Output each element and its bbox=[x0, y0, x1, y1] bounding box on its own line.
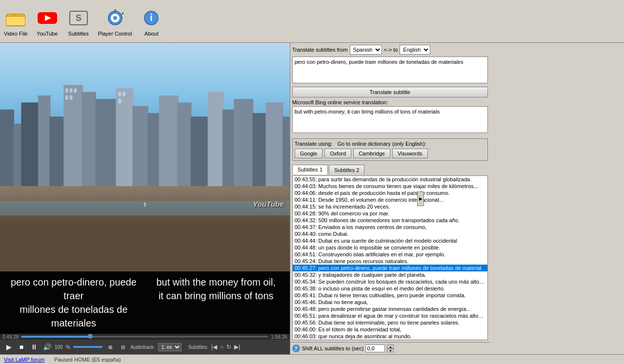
subtitle-list-item[interactable]: 00:44:11: Desde 1950, el volumen de come… bbox=[293, 196, 487, 203]
subtitle-list-item[interactable]: 00:44:28: 90% del comercio va por mar. bbox=[293, 210, 487, 217]
subtitle-list-item[interactable]: 00:46:00: Es el tótem de la modernidad t… bbox=[293, 326, 487, 333]
timeline-track[interactable] bbox=[21, 336, 268, 338]
shift-spinner: ▲ ▼ bbox=[387, 345, 394, 352]
video-panel: YouTube ⬆ pero con petro-dinero, puede t… bbox=[0, 43, 290, 354]
toolbar: Video File YouTube S Subtitles bbox=[0, 0, 624, 43]
forum-link[interactable]: Visit LaMP forum bbox=[4, 357, 44, 363]
subtitle-prev-button[interactable]: |◀ bbox=[211, 344, 217, 350]
time-current: 0:45:28 bbox=[2, 334, 19, 340]
sidebar-item-youtube[interactable]: YouTube bbox=[32, 4, 63, 38]
subtitle-list-item[interactable]: 00:44:15: se ha incrementado 20 veces. bbox=[293, 203, 487, 210]
source-language-select[interactable]: Spanish bbox=[350, 45, 382, 55]
player-control-label: Player Control bbox=[98, 31, 132, 37]
subtitle-next-button[interactable]: ▶| bbox=[234, 344, 240, 350]
subtitle-list-item[interactable]: 00:44:06: desde el país de producción ha… bbox=[293, 190, 487, 196]
time-total: 1:58:26 bbox=[271, 334, 287, 340]
subtitle-list-item[interactable]: 00:45:24: Dubai tiene pocos recursos nat… bbox=[293, 258, 487, 265]
stop-button[interactable]: ■ bbox=[17, 342, 26, 352]
oxford-button[interactable]: Oxford bbox=[324, 149, 351, 158]
frame-back-button[interactable]: ⊟ bbox=[118, 342, 128, 352]
volume-icon[interactable]: 🔊 bbox=[42, 342, 52, 352]
sidebar-item-about[interactable]: i About bbox=[136, 4, 167, 38]
youtube-icon bbox=[36, 6, 59, 30]
dict-header: Translate using: Go to online dictionary… bbox=[295, 141, 485, 147]
volume-slider[interactable] bbox=[73, 346, 102, 348]
target-language-select[interactable]: English bbox=[400, 45, 430, 55]
subtitle-list-item[interactable]: 00:45:48: pero puede permitirse gastar i… bbox=[293, 306, 487, 312]
translate-button[interactable]: Translate subtitle bbox=[292, 87, 488, 97]
subtitle-sync-button[interactable]: ○ bbox=[220, 344, 223, 350]
timeline-bar[interactable]: 0:45:28 1:58:26 bbox=[0, 334, 290, 340]
shift-input[interactable] bbox=[365, 345, 385, 352]
video-frame[interactable]: YouTube ⬆ bbox=[0, 43, 290, 271]
google-translate-button[interactable]: Google bbox=[295, 149, 322, 158]
subtitle-list-item[interactable]: 00:44:48: un país donde lo imposible se … bbox=[293, 244, 487, 251]
translate-header: Translate subtitles from Spanish <-> to … bbox=[292, 45, 488, 55]
youtube-watermark: YouTube bbox=[253, 200, 283, 208]
subtitle-bar: pero con petro-dinero, puede traermillon… bbox=[0, 271, 290, 334]
play-button[interactable]: ▶ bbox=[4, 342, 14, 352]
shift-up-button[interactable]: ▲ bbox=[387, 345, 394, 348]
tab-subtitles-2[interactable]: Subtitles 2 bbox=[329, 165, 364, 174]
subtitle-list-item[interactable]: 00:44:37: Enviados a los mayores centros… bbox=[293, 224, 487, 230]
subtitle-list-item[interactable]: 00:45:46: Dubai no tiene agua, bbox=[293, 299, 487, 306]
visuwords-button[interactable]: Visuwords bbox=[392, 149, 428, 158]
svg-rect-34 bbox=[65, 88, 68, 93]
translate-section: Translate subtitles from Spanish <-> to … bbox=[290, 43, 490, 136]
translate-using-label: Translate using: bbox=[295, 141, 333, 147]
volume-label: 100 bbox=[55, 345, 63, 350]
subtitle-list-item[interactable]: 00:43:55: para surtir las demandas de la… bbox=[293, 176, 487, 183]
svg-line-11 bbox=[122, 13, 123, 14]
svg-text:i: i bbox=[150, 12, 153, 23]
youtube-label: YouTube bbox=[37, 31, 58, 37]
shift-icon: ? bbox=[292, 345, 300, 352]
svg-rect-41 bbox=[119, 99, 121, 103]
right-panel: Translate subtitles from Spanish <-> to … bbox=[290, 43, 490, 354]
timeline-handle[interactable] bbox=[88, 334, 93, 339]
svg-point-9 bbox=[113, 16, 117, 20]
svg-rect-2 bbox=[6, 16, 25, 26]
subtitle-list-item[interactable]: 00:45:56: Dubai tiene sol interminable, … bbox=[293, 319, 487, 326]
svg-rect-37 bbox=[65, 96, 68, 100]
sidebar-item-subtitles[interactable]: S Subtitles bbox=[63, 4, 94, 38]
subtitle-left-text: pero con petro-dinero, puede traermillon… bbox=[5, 275, 142, 330]
cambridge-button[interactable]: Cambridge bbox=[353, 149, 390, 158]
translated-text-area[interactable] bbox=[292, 106, 488, 133]
tab-subtitles-1[interactable]: Subtitles 1 bbox=[292, 165, 328, 174]
timeline-fill bbox=[21, 336, 90, 338]
svg-rect-39 bbox=[119, 92, 121, 96]
pause-button[interactable]: ⏸ bbox=[29, 342, 39, 352]
subtitle-list-item[interactable]: 00:46:03: que nunca deja de asombrar al … bbox=[293, 333, 487, 340]
main-wrapper: YouTube ⬆ pero con petro-dinero, puede t… bbox=[0, 43, 624, 354]
subtitle-list-item[interactable]: 00:44:40: como Dubai. bbox=[293, 230, 487, 237]
subtitle-list-item[interactable]: 00:45:32: y trabajadores de cualquier pa… bbox=[293, 271, 487, 278]
subtitle-list-item[interactable]: 00:45:38: o incluso una pista de esquí e… bbox=[293, 285, 487, 292]
svg-rect-38 bbox=[70, 96, 73, 100]
sidebar-item-video-file[interactable]: Video File bbox=[0, 4, 32, 38]
svg-rect-36 bbox=[74, 88, 77, 93]
dictionary-section: Translate using: Go to online dictionary… bbox=[292, 138, 488, 161]
subtitle-list-item[interactable]: 00:44:32: 500 millones de contenedores s… bbox=[293, 217, 487, 224]
source-text-area[interactable] bbox=[292, 57, 488, 83]
audiotrack-select[interactable]: 1. es bbox=[158, 343, 181, 351]
about-icon: i bbox=[140, 6, 163, 30]
subtitle-right-text: but with the money from oil,it can bring… bbox=[147, 275, 285, 330]
subtitles-list[interactable]: 00:43:55: para surtir las demandas de la… bbox=[292, 175, 488, 340]
svg-rect-35 bbox=[70, 88, 73, 93]
shift-down-button[interactable]: ▼ bbox=[387, 348, 394, 352]
subtitle-container: pero con petro-dinero, puede traermillon… bbox=[5, 275, 285, 330]
subtitle-list-item[interactable]: 00:45:27: pero con petro-dinero, puede t… bbox=[293, 265, 487, 271]
subtitle-list-item[interactable]: 00:44:44: Dubai es una suerte de culmina… bbox=[293, 237, 487, 244]
shift-label: Shift ALL subtitles to (sec) bbox=[302, 345, 364, 351]
subtitle-list-item[interactable]: 00:45:41: Dubai ni tiene tierras cultiva… bbox=[293, 292, 487, 299]
subtitle-list-item[interactable]: 00:45:51: para desalinizar el agua de ma… bbox=[293, 312, 487, 319]
subtitle-list-item[interactable]: 00:45:34: Se pueden construir los bosque… bbox=[293, 278, 487, 285]
previous-button[interactable]: ⊞ bbox=[105, 342, 115, 352]
subtitle-list-item[interactable]: 00:44:03: Muchos bienes de consumo tiene… bbox=[293, 183, 487, 190]
subtitle-reload-button[interactable]: ↻ bbox=[226, 344, 231, 350]
subtitles-label: Subtitles bbox=[68, 31, 89, 37]
collapse-button[interactable]: ▶ bbox=[417, 192, 424, 206]
online-dict-label: Go to online dictionary (only English): bbox=[338, 141, 426, 147]
subtitle-list-item[interactable]: 00:44:51: Construyendo islas artificiale… bbox=[293, 251, 487, 258]
sidebar-item-player-control[interactable]: Player Control bbox=[94, 4, 136, 38]
